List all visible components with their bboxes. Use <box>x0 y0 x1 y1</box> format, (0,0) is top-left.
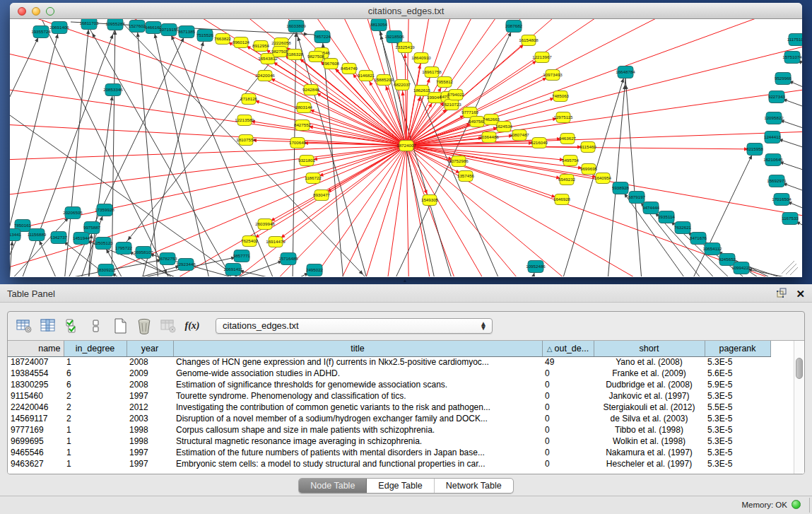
graph-node[interactable]: 16210645 <box>763 154 783 166</box>
graph-node[interactable]: 8813054 <box>370 19 388 31</box>
graph-node[interactable]: 20364486 <box>479 132 499 143</box>
graph-node[interactable]: 10654112 <box>702 243 722 255</box>
graph-node[interactable]: 9857771 <box>233 250 251 262</box>
table-cell[interactable]: 5.3E-5 <box>705 458 770 469</box>
graph-node[interactable]: 16033809 <box>286 21 306 33</box>
graph-node[interactable]: 8671385 <box>178 26 196 38</box>
table-cell[interactable]: Franke et al. (2009) <box>594 368 705 379</box>
column-header-pagerank[interactable]: pagerank <box>705 341 770 356</box>
graph-node[interactable]: 20691411 <box>223 264 243 276</box>
graph-node[interactable]: 9321801 <box>298 156 316 166</box>
graph-node[interactable]: 16961758 <box>422 67 442 78</box>
graph-node[interactable]: 3913441 <box>10 229 22 241</box>
graph-node[interactable]: 9463627 <box>559 134 577 144</box>
table-cell[interactable]: 5.3E-5 <box>705 436 770 447</box>
graph-node[interactable]: 1186722 <box>305 173 322 184</box>
graph-node[interactable]: 9242848 <box>302 85 320 95</box>
window-titlebar[interactable]: citations_edges.txt <box>10 3 802 19</box>
graph-node[interactable]: 7625402 <box>241 236 259 247</box>
table-cell[interactable]: Changes of HCN gene expression and I(f) … <box>173 356 542 368</box>
graph-node[interactable]: 1167533 <box>782 213 799 225</box>
table-cell[interactable]: 22420046 <box>8 402 64 413</box>
table-cell[interactable]: de Silva et al. (2003) <box>594 413 705 424</box>
table-cell[interactable]: 1998 <box>126 436 173 447</box>
table-cell[interactable]: 49 <box>542 356 594 368</box>
table-cell[interactable]: 1 <box>64 356 126 368</box>
graph-node[interactable]: 1451944 <box>73 233 90 245</box>
graph-node[interactable]: 2803144 <box>295 103 313 113</box>
table-cell[interactable]: 0 <box>542 379 594 390</box>
table-selector-dropdown[interactable]: citations_edges.txt ▲▼ <box>216 318 493 334</box>
table-cell[interactable]: Corpus callosum shape and size in male p… <box>173 424 542 436</box>
table-scrollbar-thumb[interactable] <box>796 358 803 379</box>
graph-node[interactable]: 7857224 <box>314 31 331 43</box>
graph-node[interactable]: 8912954 <box>252 41 270 52</box>
graph-hub-node[interactable]: 18724007 <box>396 141 416 151</box>
graph-node[interactable]: 12505123 <box>93 238 113 250</box>
table-cell[interactable]: 9463627 <box>8 458 64 469</box>
graph-node[interactable]: 1700649 <box>289 138 307 148</box>
table-cell[interactable]: 9115460 <box>8 390 64 402</box>
graph-node[interactable]: 1640954 <box>594 173 612 184</box>
graph-node[interactable]: 7515526 <box>196 30 214 42</box>
table-row[interactable]: 1456911722003Disruption of a novel membe… <box>8 413 770 424</box>
table-cell[interactable]: 14569117 <box>8 413 64 424</box>
table-cell[interactable]: 1998 <box>126 424 173 436</box>
graph-node[interactable]: 9474444 <box>642 202 660 214</box>
table-cell[interactable]: 2012 <box>126 402 173 413</box>
table-cell[interactable]: 1 <box>64 458 126 469</box>
graph-node[interactable]: 10955287 <box>105 19 125 30</box>
graph-node[interactable]: 15692971 <box>767 175 787 187</box>
new-column-icon[interactable] <box>110 316 131 336</box>
table-cell[interactable]: 1997 <box>126 390 173 402</box>
graph-node[interactable]: 5495754 <box>562 156 579 166</box>
table-row[interactable]: 1830029562008Estimation of significance … <box>8 379 770 390</box>
deselect-all-icon[interactable] <box>86 316 107 336</box>
graph-node[interactable]: 8427552 <box>294 120 312 131</box>
table-cell[interactable]: Jankovic et al. (1997) <box>594 390 705 402</box>
table-cell[interactable]: Estimation of the future numbers of pati… <box>173 447 542 458</box>
table-cell[interactable]: 1997 <box>126 447 173 458</box>
table-row[interactable]: 911546021997Tourette syndrome. Phenomeno… <box>8 390 770 402</box>
graph-node[interactable]: 11156889 <box>28 229 47 241</box>
table-cell[interactable]: Embryonic stem cells: a model to study s… <box>173 458 542 469</box>
table-cell[interactable]: 0 <box>542 424 594 436</box>
graph-node[interactable]: 11175107 <box>787 34 802 46</box>
graph-node[interactable]: 9975887 <box>83 222 101 234</box>
graph-node[interactable]: 22420046 <box>255 71 275 81</box>
table-cell[interactable]: Structural magnetic resonance image aver… <box>173 436 542 447</box>
table-cell[interactable]: Yano et al. (2008) <box>594 356 705 368</box>
graph-node[interactable]: 1244413 <box>764 132 782 144</box>
table-cell[interactable]: Stergiakouli et al. (2012) <box>594 402 705 413</box>
table-cell[interactable]: 5.3E-5 <box>705 390 770 402</box>
table-cell[interactable]: 0 <box>542 436 594 447</box>
graph-node[interactable]: 12213589 <box>235 115 254 126</box>
graph-node[interactable]: 16811703 <box>79 19 99 30</box>
graph-node[interactable]: 8930477 <box>313 190 331 201</box>
graph-node[interactable]: 16782753 <box>158 253 177 265</box>
table-cell[interactable]: 0 <box>542 368 594 379</box>
graph-node[interactable]: 6216049 <box>531 138 548 148</box>
table-row[interactable]: 1872400712008Changes of HCN gene express… <box>8 356 770 368</box>
table-cell[interactable]: 2008 <box>126 379 173 390</box>
graph-node[interactable]: 1624534 <box>495 122 513 132</box>
graph-node[interactable]: 17016504 <box>772 194 792 206</box>
table-cell[interactable]: 9777169 <box>8 424 64 436</box>
graph-node[interactable]: 9115460 <box>579 142 596 153</box>
graph-node[interactable]: 6822037 <box>394 80 411 90</box>
table-cell[interactable]: 5.3E-5 <box>705 447 770 458</box>
graph-node[interactable]: 19218506 <box>384 31 404 43</box>
graph-node[interactable]: 6879197 <box>628 192 646 204</box>
graph-node[interactable]: 1357456 <box>457 171 475 182</box>
graph-node[interactable]: 7632621 <box>674 222 692 234</box>
graph-node[interactable]: 9227343 <box>768 91 786 103</box>
table-cell[interactable]: Tibbo et al. (1998) <box>594 424 705 436</box>
graph-node[interactable]: 7663822 <box>214 34 232 45</box>
graph-node[interactable]: 7485063 <box>552 91 570 102</box>
table-cell[interactable]: 2003 <box>126 413 173 424</box>
table-cell[interactable]: Investigating the contribution of common… <box>173 402 542 413</box>
graph-node[interactable]: 18640910 <box>411 53 431 64</box>
panel-splitter-handle[interactable]: ▲ <box>399 279 411 283</box>
graph-node[interactable]: 16958107 <box>134 247 153 259</box>
column-header-title[interactable]: title <box>173 341 542 356</box>
